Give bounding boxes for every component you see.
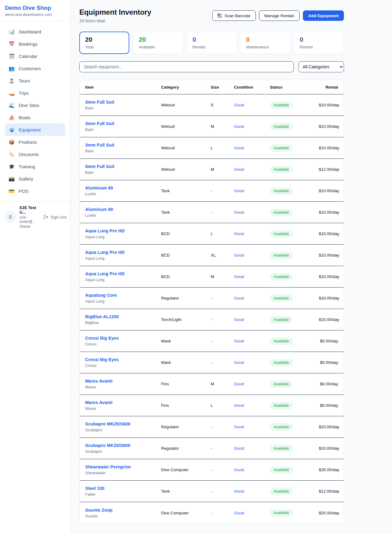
sidebar-item-label: Calendar <box>19 54 37 59</box>
condition-link[interactable]: Good <box>234 124 244 129</box>
category-cell: Tank <box>161 489 211 494</box>
condition-link[interactable]: Good <box>234 103 244 107</box>
add-equipment-button[interactable]: Add Equipment <box>303 10 344 21</box>
condition-link[interactable]: Good <box>234 146 244 150</box>
condition-link[interactable]: Good <box>234 296 244 300</box>
item-name-link[interactable]: Shearwater Peregrine <box>85 464 131 469</box>
condition-cell: Good <box>234 467 270 472</box>
sidebar: Demo Dive Shop demo.test.divestreams.com… <box>0 0 70 534</box>
item-name-link[interactable]: Aqua Lung Pro HD <box>85 250 125 255</box>
sidebar-item-equipment[interactable]: 🤿Equipment <box>5 124 65 136</box>
condition-link[interactable]: Good <box>234 167 244 172</box>
stat-card-rented[interactable]: 0Rented <box>187 32 236 54</box>
item-cell: Cressi Big EyesCressi <box>85 336 161 346</box>
condition-link[interactable]: Good <box>234 467 244 472</box>
category-cell: Wetsuit <box>161 124 211 129</box>
item-brand: Cressi <box>85 342 161 346</box>
item-name-link[interactable]: Mares Avanti <box>85 379 112 383</box>
sidebar-item-gallery[interactable]: 📸Gallery <box>5 173 65 185</box>
category-select[interactable]: All Categories <box>299 61 344 72</box>
speedboat-icon: 🚤 <box>9 90 15 96</box>
scan-barcode-button[interactable]: Scan Barcode <box>212 10 256 21</box>
size-cell: M <box>211 124 234 129</box>
item-name-link[interactable]: Aluminum 80 <box>85 207 113 212</box>
sidebar-item-pos[interactable]: 💳POS <box>5 185 65 197</box>
sidebar-item-discounts[interactable]: 🏷️Discounts <box>5 148 65 160</box>
item-name-link[interactable]: Steel 100 <box>85 486 104 491</box>
stat-card-maintenance[interactable]: 0Maintenance <box>240 32 290 54</box>
condition-link[interactable]: Good <box>234 360 244 365</box>
item-name-link[interactable]: 3mm Full Suit <box>85 121 114 126</box>
sidebar-item-dive-sites[interactable]: 🌊Dive Sites <box>5 99 65 111</box>
condition-link[interactable]: Good <box>234 231 244 236</box>
stat-label-maintenance: Maintenance <box>246 45 285 49</box>
sidebar-item-trips[interactable]: 🚤Trips <box>5 87 65 99</box>
condition-link[interactable]: Good <box>234 317 244 322</box>
brand-name[interactable]: Demo Dive Shop <box>5 5 65 11</box>
condition-link[interactable]: Good <box>234 339 244 343</box>
item-cell: Aqua Lung Pro HDAqua Lung <box>85 250 161 261</box>
condition-link[interactable]: Good <box>234 274 244 279</box>
search-input[interactable] <box>79 61 294 72</box>
status-cell: Available <box>270 166 319 173</box>
stat-value-retired: 0 <box>300 36 338 43</box>
stat-card-available[interactable]: 20Available <box>133 32 183 54</box>
item-name-link[interactable]: Suunto Zoop <box>85 508 112 513</box>
sidebar-item-calendar[interactable]: 🗓️Calendar <box>5 50 65 62</box>
table-row: Scubapro MK25/S600ScubaproRegulator-Good… <box>80 416 344 438</box>
sign-out-label: Sign Out <box>50 215 66 219</box>
condition-link[interactable]: Good <box>234 210 244 215</box>
rental-cell: $12.00/day <box>319 167 339 172</box>
rental-cell: $15.00/day <box>319 317 339 322</box>
condition-link[interactable]: Good <box>234 253 244 257</box>
item-name-link[interactable]: Cressi Big Eyes <box>85 336 119 341</box>
sidebar-item-boats[interactable]: ⛵Boats <box>5 111 65 124</box>
condition-link[interactable]: Good <box>234 511 244 515</box>
item-name-link[interactable]: Aluminum 80 <box>85 185 113 190</box>
item-name-link[interactable]: Cressi Big Eyes <box>85 357 119 362</box>
sidebar-item-products[interactable]: 📦Products <box>5 136 65 148</box>
condition-link[interactable]: Good <box>234 189 244 193</box>
sidebar-item-dashboard[interactable]: 📊Dashboard <box>5 25 65 38</box>
item-name-link[interactable]: Mares Avanti <box>85 400 112 405</box>
column-header-category: Category <box>161 85 211 90</box>
condition-link[interactable]: Good <box>234 489 244 494</box>
stat-label-retired: Retired <box>300 45 338 49</box>
item-name-link[interactable]: 5mm Full Suit <box>85 164 114 169</box>
stat-label-rented: Rented <box>192 45 231 49</box>
rental-cell: $15.00/day <box>319 231 339 236</box>
sidebar-item-training[interactable]: 🎓Training <box>5 160 65 173</box>
condition-link[interactable]: Good <box>234 446 244 451</box>
manage-rentals-button[interactable]: Manage Rentals <box>259 10 300 21</box>
category-cell: BCD <box>161 231 211 236</box>
stat-card-total[interactable]: 20Total <box>79 32 129 54</box>
item-name-link[interactable]: Scubapro MK25/S600 <box>85 421 130 426</box>
rental-cell: $18.00/day <box>319 296 339 300</box>
stat-card-retired[interactable]: 0Retired <box>294 32 344 54</box>
sidebar-item-bookings[interactable]: 📅Bookings <box>5 38 65 50</box>
size-cell: - <box>211 317 234 322</box>
item-name-link[interactable]: 3mm Full Suit <box>85 143 114 147</box>
item-name-link[interactable]: Aqua Lung Pro HD <box>85 271 125 276</box>
item-name-link[interactable]: Aqualung Core <box>85 293 117 298</box>
condition-link[interactable]: Good <box>234 425 244 429</box>
condition-link[interactable]: Good <box>234 403 244 408</box>
table-row: Aluminum 80LuxferTank-GoodAvailable$10.0… <box>80 180 344 202</box>
sign-out-button[interactable]: Sign Out <box>43 215 66 219</box>
condition-link[interactable]: Good <box>234 382 244 386</box>
item-brand: Aqua Lung <box>85 235 161 239</box>
rental-cell: $15.00/day <box>319 253 339 257</box>
rental-cell: $25.00/day <box>319 511 339 515</box>
item-name-link[interactable]: Aqua Lung Pro HD <box>85 228 125 233</box>
item-brand: Bare <box>85 127 161 132</box>
barcode-icon <box>217 13 222 18</box>
item-name-link[interactable]: Scubapro MK25/S600 <box>85 443 130 448</box>
item-brand: Luxfer <box>85 213 161 218</box>
sidebar-item-tours[interactable]: 🏝️Tours <box>5 74 65 87</box>
status-badge: Available <box>270 295 293 302</box>
rental-cell: $10.00/day <box>319 146 339 150</box>
item-name-link[interactable]: 3mm Full Suit <box>85 100 114 105</box>
sidebar-item-customers[interactable]: 👥Customers <box>5 62 65 74</box>
item-name-link[interactable]: BigBlue AL1200 <box>85 314 119 319</box>
condition-cell: Good <box>234 167 270 172</box>
